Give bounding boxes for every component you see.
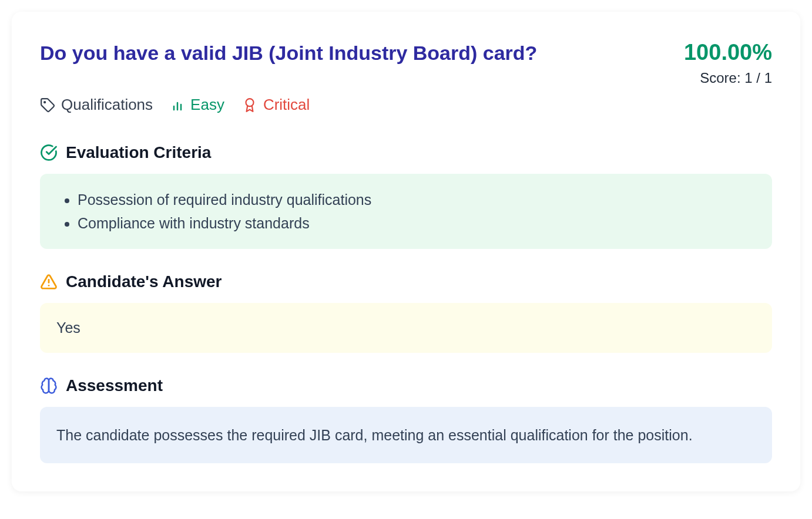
question-title: Do you have a valid JIB (Joint Industry … (40, 40, 537, 66)
award-icon (242, 97, 257, 113)
meta-category-label: Qualifications (61, 96, 153, 114)
answer-header: Candidate's Answer (40, 272, 772, 291)
alert-triangle-icon (40, 273, 58, 291)
assessment-text: The candidate possesses the required JIB… (56, 427, 693, 443)
answer-title: Candidate's Answer (66, 272, 222, 291)
header-row: Do you have a valid JIB (Joint Industry … (40, 40, 772, 86)
criteria-box: Possession of required industry qualific… (40, 174, 772, 249)
meta-category: Qualifications (40, 96, 153, 114)
meta-difficulty: Easy (170, 96, 224, 114)
svg-point-0 (44, 102, 45, 103)
answer-box: Yes (40, 303, 772, 353)
score-block: 100.00% Score: 1 / 1 (684, 40, 772, 86)
brain-icon (40, 377, 58, 395)
criteria-item: Compliance with industry standards (78, 211, 756, 235)
assessment-header: Assessment (40, 376, 772, 395)
check-circle-icon (40, 144, 58, 161)
evaluation-card: Do you have a valid JIB (Joint Industry … (12, 12, 800, 491)
meta-row: Qualifications Easy Critical (40, 96, 772, 114)
answer-text: Yes (56, 319, 80, 336)
score-percentage: 100.00% (684, 40, 772, 65)
meta-priority-label: Critical (263, 96, 310, 114)
criteria-section: Evaluation Criteria Possession of requir… (40, 143, 772, 249)
tag-icon (40, 97, 55, 113)
answer-section: Candidate's Answer Yes (40, 272, 772, 353)
assessment-section: Assessment The candidate possesses the r… (40, 376, 772, 463)
bar-chart-icon (170, 98, 184, 112)
criteria-item: Possession of required industry qualific… (78, 188, 756, 211)
criteria-title: Evaluation Criteria (66, 143, 211, 162)
assessment-title: Assessment (66, 376, 163, 395)
score-detail: Score: 1 / 1 (684, 70, 772, 86)
criteria-list: Possession of required industry qualific… (56, 188, 756, 235)
meta-priority: Critical (242, 96, 310, 114)
assessment-box: The candidate possesses the required JIB… (40, 407, 772, 463)
meta-difficulty-label: Easy (190, 96, 224, 114)
criteria-header: Evaluation Criteria (40, 143, 772, 162)
